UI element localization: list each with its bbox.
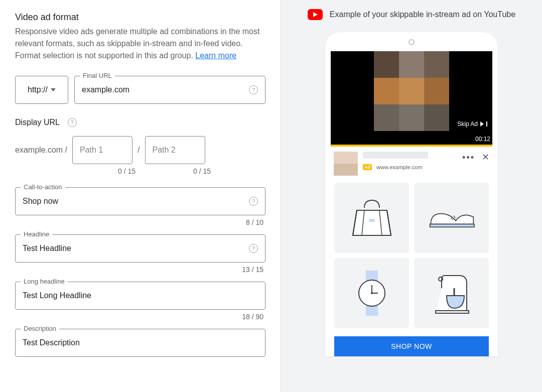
play-icon <box>480 121 484 126</box>
final-url-input[interactable] <box>82 85 245 94</box>
cta-field[interactable]: Call-to-action ? <box>15 187 265 215</box>
watch-icon <box>347 268 397 318</box>
path1-field[interactable] <box>72 136 132 164</box>
help-icon[interactable]: ? <box>249 244 258 253</box>
cta-counter: 8 / 10 <box>15 218 265 226</box>
product-grid <box>334 183 489 328</box>
video-preview: Skip Ad 00:12 <box>331 51 492 145</box>
svg-rect-15 <box>436 311 469 313</box>
path1-input[interactable] <box>80 146 125 155</box>
bag-icon <box>347 193 397 243</box>
description-input[interactable] <box>23 338 258 347</box>
svg-line-7 <box>453 216 455 218</box>
ad-badge: Ad <box>363 164 372 170</box>
section-description: Responsive video ads generate multiple a… <box>15 26 265 62</box>
video-timer: 00:12 <box>475 136 490 143</box>
description-field[interactable]: Description <box>15 329 265 357</box>
long-headline-counter: 18 / 90 <box>15 313 265 321</box>
close-icon[interactable]: ✕ <box>482 152 489 163</box>
product-tile-shoe[interactable] <box>414 183 489 253</box>
final-url-label: Final URL <box>80 72 115 79</box>
preview-title: Example of your skippable in-stream ad o… <box>330 10 515 19</box>
video-thumbnail <box>374 51 449 145</box>
path2-field[interactable] <box>145 136 205 164</box>
help-icon[interactable]: ? <box>68 118 77 127</box>
phone-speaker-icon <box>409 39 415 45</box>
product-tile-watch[interactable] <box>334 258 409 328</box>
ad-thumbnail <box>334 152 358 176</box>
shoe-icon <box>427 193 477 243</box>
learn-more-link[interactable]: Learn more <box>195 51 236 60</box>
headline-input[interactable] <box>23 244 245 253</box>
shop-now-button[interactable]: SHOP NOW <box>334 336 489 356</box>
display-domain: example.com / <box>15 146 67 155</box>
long-headline-field[interactable]: Long headline <box>15 282 265 310</box>
help-icon[interactable]: ? <box>249 85 258 94</box>
product-tile-mixer[interactable] <box>414 258 489 328</box>
more-icon[interactable]: ••• <box>462 152 475 163</box>
display-url-title: Display URL <box>15 118 60 127</box>
form-panel: Video ad format Responsive video ads gen… <box>0 0 281 392</box>
mixer-icon <box>427 268 477 318</box>
protocol-select[interactable]: http:// <box>15 76 68 104</box>
path2-counter: 0 / 15 <box>151 167 211 175</box>
product-tile-bag[interactable] <box>334 183 409 253</box>
preview-panel: Example of your skippable in-stream ad o… <box>281 0 542 392</box>
headline-counter: 13 / 15 <box>15 266 265 274</box>
youtube-icon <box>308 9 323 20</box>
cta-input[interactable] <box>23 197 245 206</box>
skip-ad-button[interactable]: Skip Ad <box>452 117 492 130</box>
path2-input[interactable] <box>153 146 198 155</box>
ad-title-placeholder <box>363 152 428 159</box>
chevron-down-icon <box>51 88 56 91</box>
section-title: Video ad format <box>15 12 265 23</box>
phone-mockup: Skip Ad 00:12 Ad www.example.com ••• ✕ <box>325 32 498 356</box>
svg-rect-5 <box>430 224 474 227</box>
final-url-field[interactable]: Final URL ? <box>74 76 265 104</box>
path1-counter: 0 / 15 <box>75 167 136 175</box>
ad-display-url: www.example.com <box>376 164 423 170</box>
help-icon[interactable]: ? <box>249 197 258 206</box>
headline-field[interactable]: Headline ? <box>15 234 265 263</box>
svg-rect-0 <box>369 219 375 222</box>
long-headline-input[interactable] <box>23 291 258 300</box>
